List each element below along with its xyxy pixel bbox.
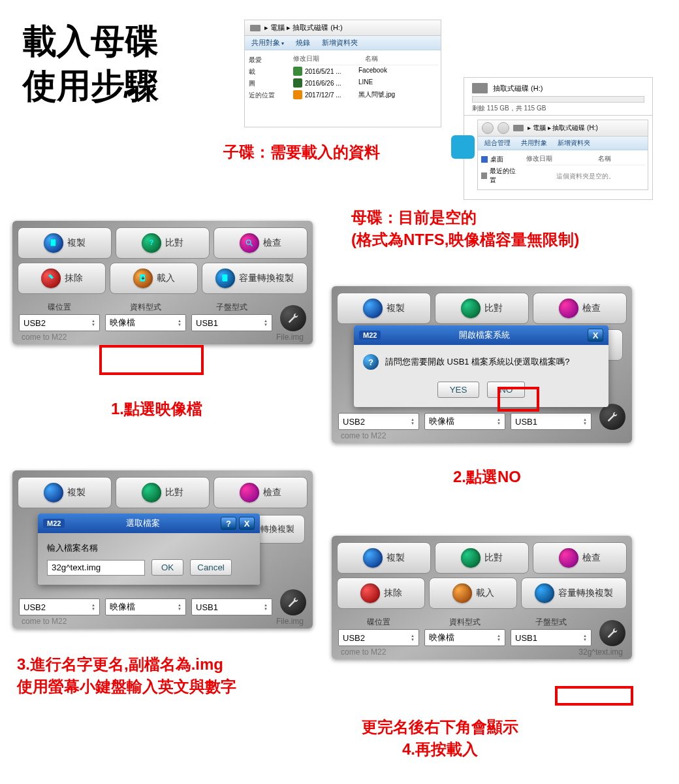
svg-text:?: ? [150,238,154,246]
close-button[interactable]: X [239,517,255,530]
forward-button[interactable] [497,122,509,134]
dataformat-select[interactable]: 映像檔▲▼ [424,629,505,646]
select-file-dialog: M22 選取檔案 ? X 輸入檔案名稱 OK Cancel [38,514,260,585]
dialog-title: 選取檔案 [126,517,160,529]
convert-icon [535,583,554,603]
load-button[interactable]: 載入 [110,263,198,294]
load-button[interactable]: 載入 [429,578,517,609]
diskpos-select[interactable]: USB2▲▼ [338,629,419,646]
dataformat-select[interactable]: 映像檔▲▼ [105,598,186,615]
address-bar[interactable]: ▸ 電腦 ▸ 抽取式磁碟 (H:) [245,20,441,36]
erase-icon [360,583,380,603]
address-bar[interactable]: ▸ 電腦 ▸ 抽取式磁碟 (H:) [478,120,648,137]
svg-rect-4 [140,274,145,282]
dataformat-select[interactable]: 映像檔▲▼ [105,314,186,331]
list-item[interactable]: 2017/12/7 ...黑人問號.jpg [293,89,438,101]
subformat-select[interactable]: USB1▲▼ [191,314,272,331]
close-button[interactable]: X [588,329,603,342]
compare-icon [142,483,161,502]
compare-icon [461,548,481,568]
page-title: 載入母碟使用步驟 [23,20,159,108]
yes-button[interactable]: YES [437,382,480,398]
svg-rect-5 [222,274,227,282]
subformat-label: 子盤型式 [511,617,592,628]
diskpos-select[interactable]: USB2▲▼ [19,598,100,615]
toolbar-share[interactable]: 共用對象 [251,38,284,48]
step2-caption: 2.點選NO [453,466,521,487]
help-button[interactable]: ? [221,517,236,530]
settings-button[interactable] [599,404,625,430]
drive-icon [250,25,261,31]
dataformat-label: 資料型式 [105,302,186,313]
copy-icon [363,299,383,318]
convert-icon [215,269,235,288]
list-item[interactable]: 2016/5/21 ...Facebook [293,65,438,77]
convert-button[interactable]: 容量轉換複製 [521,578,627,609]
compare-button[interactable]: 比對 [435,293,529,324]
toolbar-share[interactable]: 共用對象 [521,139,547,148]
check-button[interactable]: 檢查 [533,542,627,574]
load-icon [133,269,153,288]
storage-bar [472,96,644,103]
svg-line-3 [250,244,252,246]
svg-rect-0 [50,239,55,246]
explorer-window-source: ▸ 電腦 ▸ 抽取式磁碟 (H:) 共用對象 燒錄 新增資料夾 最愛 載 圖 近… [244,20,441,127]
settings-button[interactable] [599,620,625,646]
erase-button[interactable]: 抹除 [337,578,425,609]
erase-button[interactable]: 抹除 [18,263,106,294]
list-item[interactable]: 2016/6/26 ...LINE [293,77,438,89]
check-icon [559,299,578,318]
convert-button[interactable]: 容量轉換複製 [202,263,308,294]
dataformat-select[interactable]: 映像檔▲▼ [424,413,505,430]
toolbar-organize[interactable]: 組合管理 [484,139,511,148]
diskpos-select[interactable]: USB2▲▼ [338,413,419,430]
compare-icon: ? [142,233,161,253]
caption-target: 母碟：目前是空的(格式為NTFS,映像檔容量無限制) [351,206,579,250]
explorer-sidebar: 桌面 最近的位置 [478,150,524,189]
copy-icon [44,233,63,253]
settings-button[interactable] [280,305,306,331]
question-icon: ? [363,354,379,370]
toolbar-burn[interactable]: 燒錄 [296,38,310,48]
copy-button[interactable]: 複製 [337,293,431,324]
app-icon [451,135,475,159]
copy-icon [363,548,383,568]
file-icon [293,78,302,88]
ok-button[interactable]: OK [151,559,183,576]
check-button[interactable]: 檢查 [533,293,627,324]
recent-icon [481,172,487,179]
subformat-select[interactable]: USB1▲▼ [511,629,592,646]
subformat-label: 子盤型式 [191,302,272,313]
m22-panel-1: 複製 ?比對 檢查 抹除 載入 容量轉換複製 碟位置 USB2▲▼ 資料型式 映… [12,221,313,344]
step4-caption: 更完名後右下角會顯示 4.再按載入 [362,716,518,760]
subformat-select[interactable]: USB1▲▼ [511,413,592,430]
dialog-title: 開啟檔案系統 [459,329,510,341]
highlight-filename [555,686,633,706]
subformat-select[interactable]: USB1▲▼ [191,598,272,615]
dialog-tag: M22 [43,519,65,528]
check-button[interactable]: 檢查 [213,477,308,508]
filename-input[interactable] [47,560,145,576]
toolbar-newfolder[interactable]: 新增資料夾 [322,38,358,48]
settings-button[interactable] [280,589,306,615]
compare-button[interactable]: 比對 [116,477,210,508]
check-button[interactable]: 檢查 [213,227,308,259]
copy-button[interactable]: 複製 [18,477,112,508]
compare-button[interactable]: ?比對 [116,227,210,259]
load-icon [452,583,472,603]
copy-button[interactable]: 複製 [337,542,431,574]
compare-button[interactable]: 比對 [435,542,529,574]
copy-icon [44,483,63,502]
drive-icon [513,125,524,131]
step1-caption: 1.點選映像檔 [111,399,202,419]
check-icon [240,233,259,253]
back-button[interactable] [482,122,494,134]
diskpos-select[interactable]: USB2▲▼ [19,314,100,331]
dialog-message: 請問您需要開啟 USB1 檔案系統以便選取檔案嗎? [385,356,569,368]
toolbar-newfolder[interactable]: 新增資料夾 [558,139,590,148]
cancel-button[interactable]: Cancel [190,559,232,576]
input-label: 輸入檔案名稱 [47,542,251,554]
m22-panel-4: 複製 比對 檢查 抹除 載入 容量轉換複製 碟位置 USB2▲▼ 資料型式 映像… [332,536,632,659]
copy-button[interactable]: 複製 [18,227,112,259]
diskpos-label: 碟位置 [19,302,100,313]
